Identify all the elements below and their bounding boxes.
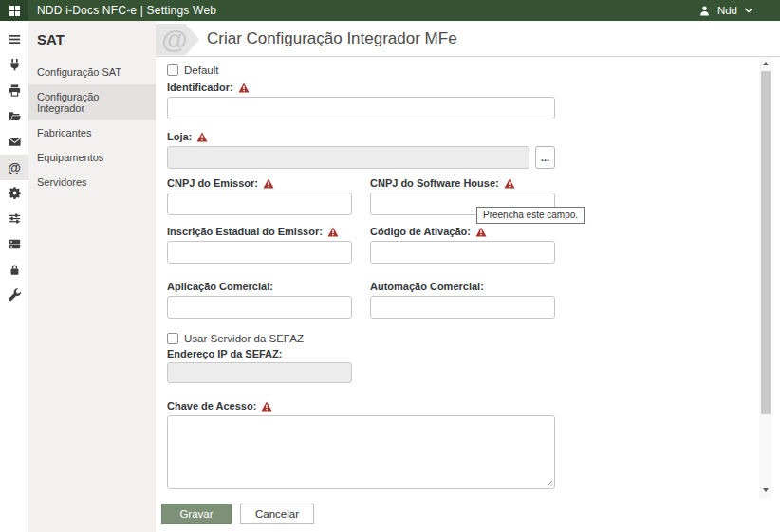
cnpj-row: CNPJ do Emissor: CNPJ do Software House: bbox=[167, 177, 555, 215]
cnpj-emissor-label-row: CNPJ do Emissor: bbox=[167, 177, 352, 189]
loja-label-row: Loja: bbox=[167, 131, 555, 142]
chave-cell bbox=[167, 415, 555, 489]
page-title: Criar Configuração Integrador MFe bbox=[207, 29, 457, 48]
inscricao-label: Inscrição Estadual do Emissor: bbox=[167, 226, 323, 237]
required-warning-icon bbox=[261, 401, 272, 412]
vertical-scrollbar[interactable] bbox=[759, 57, 771, 499]
identificador-label: Identificador: bbox=[167, 82, 233, 93]
topbar: NDD i-Docs NFC-e | Settings Web Ndd bbox=[0, 0, 780, 21]
rail-item-at-selected[interactable]: @ bbox=[0, 155, 28, 180]
default-checkbox[interactable] bbox=[167, 64, 178, 76]
form-scroll-area: Default Identificador: Loja: bbox=[156, 57, 780, 499]
user-name: Ndd bbox=[717, 5, 737, 16]
sidebar-item-servidores[interactable]: Servidores bbox=[28, 170, 156, 194]
chevron-down-icon bbox=[744, 8, 753, 13]
automacao-cell bbox=[370, 296, 555, 319]
comercial-row: Aplicação Comercial: Automação Comercial… bbox=[167, 281, 555, 319]
endereco-ip-input bbox=[167, 362, 352, 383]
rail-item-plug[interactable] bbox=[0, 52, 28, 78]
main-content: @ Criar Configuração Integrador MFe Defa… bbox=[156, 21, 780, 532]
sidebar-item-configuracao-integrador[interactable]: Configuração Integrador bbox=[28, 84, 156, 120]
required-warning-icon bbox=[196, 132, 208, 142]
sidebar: SAT Configuração SAT Configuração Integr… bbox=[28, 21, 156, 532]
loja-browse-button[interactable]: ... bbox=[535, 146, 555, 169]
rail-item-gear[interactable] bbox=[0, 180, 28, 206]
required-warning-icon bbox=[327, 227, 339, 237]
automacao-label-row: Automação Comercial: bbox=[370, 281, 555, 292]
at-badge-icon: @ bbox=[161, 27, 187, 53]
scrollbar-down-button[interactable] bbox=[759, 484, 771, 497]
codigo-label-row: Código de Ativação: bbox=[370, 226, 555, 237]
gear-icon bbox=[8, 186, 22, 200]
required-warning-icon bbox=[263, 178, 274, 189]
chave-label-row: Chave de Acesso: bbox=[167, 400, 555, 412]
printer-icon bbox=[8, 83, 22, 98]
loja-label: Loja: bbox=[167, 131, 192, 142]
required-warning-icon bbox=[238, 83, 250, 93]
validation-tooltip: Preencha este campo. bbox=[476, 207, 585, 224]
sidebar-title: SAT bbox=[28, 21, 156, 60]
triangle-up-icon bbox=[763, 62, 769, 65]
cancel-button[interactable]: Cancelar bbox=[240, 504, 314, 524]
chave-acesso-textarea[interactable] bbox=[167, 415, 555, 489]
required-warning-icon bbox=[475, 227, 487, 237]
rail-item-sliders[interactable] bbox=[0, 206, 28, 231]
rail-item-menu[interactable] bbox=[0, 27, 28, 52]
identificador-label-row: Identificador: bbox=[167, 82, 555, 93]
cnpj-software-cell: Preencha este campo. bbox=[370, 193, 555, 215]
default-checkbox-label: Default bbox=[184, 64, 218, 76]
sliders-icon bbox=[8, 211, 22, 226]
aplicacao-cell bbox=[167, 296, 352, 319]
scrollbar-thumb[interactable] bbox=[761, 71, 771, 414]
cnpj-emissor-label: CNPJ do Emissor: bbox=[167, 177, 258, 189]
page-header: @ Criar Configuração Integrador MFe bbox=[156, 21, 780, 57]
loja-row: ... bbox=[167, 146, 555, 169]
app-window: NDD i-Docs NFC-e | Settings Web Ndd bbox=[0, 0, 780, 532]
rail-item-folder[interactable] bbox=[0, 103, 28, 129]
server-icon bbox=[8, 237, 22, 251]
aplicacao-label-row: Aplicação Comercial: bbox=[167, 281, 352, 292]
sidebar-item-equipamentos[interactable]: Equipamentos bbox=[28, 145, 156, 170]
app-launcher-button[interactable] bbox=[0, 0, 28, 21]
scrollbar-up-button[interactable] bbox=[759, 57, 771, 70]
cnpj-emissor-cell bbox=[167, 193, 352, 215]
sidebar-item-fabricantes[interactable]: Fabricantes bbox=[28, 120, 156, 145]
user-menu[interactable]: Ndd bbox=[698, 5, 753, 17]
sidebar-item-configuracao-sat[interactable]: Configuração SAT bbox=[28, 60, 156, 84]
loja-input bbox=[167, 146, 529, 169]
at-icon: @ bbox=[8, 161, 21, 174]
wrench-icon bbox=[8, 288, 22, 303]
resize-grip-icon[interactable] bbox=[545, 479, 553, 487]
rail-item-server[interactable] bbox=[0, 231, 28, 257]
aplicacao-input[interactable] bbox=[167, 296, 352, 319]
rail-item-mail[interactable] bbox=[0, 129, 28, 155]
automacao-input[interactable] bbox=[370, 296, 555, 319]
triangle-down-icon bbox=[763, 488, 769, 492]
app-title: NDD i-Docs NFC-e | Settings Web bbox=[37, 4, 216, 17]
inscricao-label-row: Inscrição Estadual do Emissor: bbox=[167, 226, 352, 237]
required-warning-icon bbox=[504, 178, 515, 189]
default-checkbox-row: Default bbox=[167, 64, 555, 76]
sefaz-checkbox[interactable] bbox=[167, 333, 178, 344]
inscricao-row: Inscrição Estadual do Emissor: Código de… bbox=[167, 226, 555, 264]
inscricao-cell bbox=[167, 241, 352, 264]
inscricao-input[interactable] bbox=[167, 241, 352, 264]
identificador-input[interactable] bbox=[167, 97, 555, 119]
codigo-ativacao-input[interactable] bbox=[370, 241, 555, 264]
endereco-label-row: Endereço IP da SEFAZ: bbox=[167, 348, 555, 359]
plug-icon bbox=[8, 58, 22, 72]
rail-item-printer[interactable] bbox=[0, 78, 28, 103]
automacao-label: Automação Comercial: bbox=[370, 281, 484, 292]
folder-open-icon bbox=[8, 109, 22, 123]
form-actions: Gravar Cancelar bbox=[161, 504, 314, 524]
codigo-cell bbox=[370, 241, 555, 264]
chave-label: Chave de Acesso: bbox=[167, 400, 256, 412]
cnpj-software-label: CNPJ do Software House: bbox=[370, 177, 499, 189]
rail-item-wrench[interactable] bbox=[0, 283, 28, 308]
cnpj-emissor-input[interactable] bbox=[167, 193, 352, 215]
aplicacao-label: Aplicação Comercial: bbox=[167, 281, 273, 292]
rail-item-lock[interactable] bbox=[0, 257, 28, 283]
lock-icon bbox=[8, 263, 22, 277]
form: Default Identificador: Loja: bbox=[167, 57, 555, 489]
save-button[interactable]: Gravar bbox=[161, 504, 232, 524]
